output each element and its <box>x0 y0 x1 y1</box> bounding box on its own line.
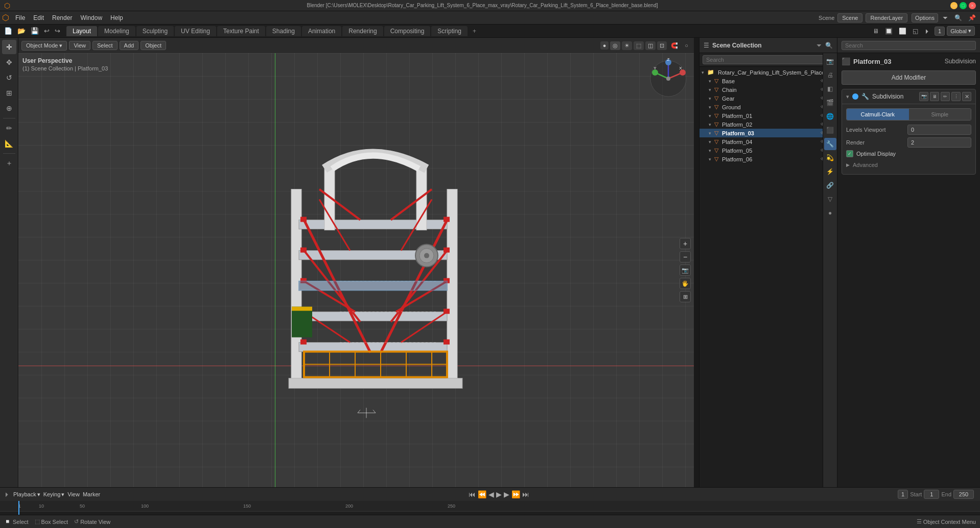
tab-uv-editing[interactable]: UV Editing <box>175 26 216 36</box>
proportional-editing[interactable]: ○ <box>682 41 691 50</box>
outliner-item-platform02[interactable]: ▾ ▽ Platform_02 👁 📷 <box>699 120 837 129</box>
frame-number[interactable]: 1 <box>935 27 945 36</box>
outliner-search-input[interactable] <box>703 55 834 64</box>
optimal-display-checkbox[interactable]: ✓ <box>846 150 853 157</box>
prop-data-icon[interactable]: ▽ <box>824 193 836 205</box>
add-menu[interactable]: Add <box>120 41 139 50</box>
mode-selector[interactable]: Object Mode ▾ <box>21 41 67 51</box>
start-frame-input[interactable]: 1 <box>924 490 939 499</box>
object-menu[interactable]: Object <box>141 41 166 50</box>
view-menu-timeline[interactable]: View <box>67 491 80 497</box>
snapping-icon[interactable]: 🧲 <box>668 41 681 50</box>
viewport-overlay-toggle[interactable]: ◫ <box>645 41 656 50</box>
jump-to-end-button[interactable]: ⏭ <box>522 490 529 498</box>
viewport-xray-toggle[interactable]: ⊡ <box>657 41 667 50</box>
current-frame-display[interactable]: 1 <box>898 490 908 499</box>
prop-object-icon[interactable]: ⬛ <box>824 124 836 136</box>
search-icon-top[interactable]: 🔍 <box>952 13 964 22</box>
camera-button[interactable]: 📷 <box>680 265 691 276</box>
viewport-shading-solid[interactable]: ● <box>600 41 609 50</box>
toolbar-undo[interactable]: ↩ <box>42 26 52 36</box>
prop-world-icon[interactable]: 🌐 <box>824 110 836 123</box>
tool-add[interactable]: ＋ <box>2 156 16 171</box>
outliner-item-gear[interactable]: ▾ ▽ Gear 👁 📷 <box>699 94 837 103</box>
tab-layout[interactable]: Layout <box>66 26 97 36</box>
tool-scale[interactable]: ⊞ <box>2 86 16 100</box>
prop-render-icon[interactable]: 📷 <box>824 55 836 67</box>
header-icon-3[interactable]: ⬜ <box>897 27 908 36</box>
tool-measure[interactable]: 📐 <box>2 136 16 151</box>
maximize-button[interactable]: □ <box>960 2 967 9</box>
outliner-item-ground[interactable]: ▾ ▽ Ground 👁 📷 <box>699 103 837 111</box>
menu-render[interactable]: Render <box>48 13 76 22</box>
properties-search[interactable] <box>842 41 976 50</box>
tab-rendering[interactable]: Rendering <box>342 26 383 36</box>
context-menu-status[interactable]: ☰ Object Context Menu <box>917 518 976 525</box>
outliner-item-platform04[interactable]: ▾ ▽ Platform_04 👁 📷 <box>699 137 837 146</box>
box-select-status[interactable]: ⬚ Box Select <box>35 518 68 525</box>
header-icon-4[interactable]: ◱ <box>911 27 920 36</box>
modifier-render-icon-btn[interactable]: 📷 <box>919 92 928 101</box>
modifier-edit-icon-btn[interactable]: ✏ <box>941 92 950 101</box>
simple-button[interactable]: Simple <box>909 109 971 120</box>
close-button[interactable]: × <box>969 2 976 9</box>
outliner-item-platform01[interactable]: ▾ ▽ Platform_01 👁 📷 <box>699 111 837 120</box>
toolbar-open[interactable]: 📂 <box>15 26 28 36</box>
add-workspace-button[interactable]: + <box>469 26 480 36</box>
renderlayer-selector[interactable]: RenderLayer <box>866 13 907 22</box>
outliner-item-chain[interactable]: ▾ ▽ Chain 👁 📷 <box>699 85 837 94</box>
modifier-toggle-dot[interactable] <box>852 93 858 100</box>
camera-icon[interactable]: 🖐 <box>680 278 691 289</box>
zoom-out-button[interactable]: − <box>680 251 691 262</box>
jump-forward-button[interactable]: ⏩ <box>511 490 520 498</box>
viewport-shading-rendered[interactable]: ☀ <box>622 41 632 50</box>
tool-transform[interactable]: ⊕ <box>2 101 16 115</box>
render-input[interactable]: 2 <box>907 137 971 148</box>
tab-scripting[interactable]: Scripting <box>431 26 468 36</box>
tab-texture-paint[interactable]: Texture Paint <box>217 26 265 36</box>
modifier-menu-btn[interactable]: ⋮ <box>951 92 961 101</box>
header-icon-5[interactable]: ⏵ <box>922 27 932 36</box>
step-back-button[interactable]: ◀ <box>488 490 494 498</box>
outliner-search-button[interactable]: 🔍 <box>825 42 833 49</box>
menu-edit[interactable]: Edit <box>29 13 48 22</box>
advanced-section[interactable]: ▶ Advanced <box>846 160 971 170</box>
outliner-item-platform03[interactable]: ▾ ▽ Platform_03 👁 📷 <box>699 129 837 137</box>
pin-icon[interactable]: 📌 <box>966 13 978 22</box>
outliner-item-platform05[interactable]: ▾ ▽ Platform_05 👁 📷 <box>699 146 837 155</box>
viewport-3d[interactable]: User Perspective (1) Scene Collection | … <box>18 53 694 487</box>
rotate-view-status[interactable]: ↺ Rotate View <box>74 518 110 525</box>
prop-view-layer-icon[interactable]: ◧ <box>824 83 836 95</box>
tab-modeling[interactable]: Modeling <box>98 26 135 36</box>
zoom-in-button[interactable]: + <box>680 238 691 249</box>
end-frame-input[interactable]: 250 <box>953 490 974 499</box>
options-button[interactable]: Options <box>912 13 938 22</box>
toolbar-new[interactable]: 📄 <box>2 26 14 36</box>
prop-scene-icon[interactable]: 🎬 <box>824 97 836 109</box>
tool-cursor[interactable]: ✛ <box>2 40 16 54</box>
tab-animation[interactable]: Animation <box>302 26 341 36</box>
tool-rotate[interactable]: ↺ <box>2 70 16 85</box>
prop-physics-icon[interactable]: ⚡ <box>824 165 836 178</box>
play-button[interactable]: ▶ <box>496 490 502 498</box>
select-menu[interactable]: Select <box>92 41 118 50</box>
prop-modifier-icon[interactable]: 🔧 <box>824 138 836 150</box>
outliner-filter-button[interactable]: ⏷ <box>816 42 822 49</box>
prop-output-icon[interactable]: 🖨 <box>824 69 836 81</box>
marker-menu[interactable]: Marker <box>83 491 100 497</box>
toolbar-save[interactable]: 💾 <box>29 26 41 36</box>
prop-constraint-icon[interactable]: 🔗 <box>824 179 836 191</box>
select-status[interactable]: ◽ Select <box>4 518 29 525</box>
filter-icon[interactable]: ⏷ <box>940 13 950 22</box>
modifier-expand-arrow[interactable]: ▾ <box>846 93 849 100</box>
prop-material-icon[interactable]: ● <box>824 207 836 219</box>
catmull-clark-button[interactable]: Catmull-Clark <box>847 109 909 120</box>
header-icon-2[interactable]: 🔲 <box>883 27 895 36</box>
menu-help[interactable]: Help <box>106 13 127 22</box>
modifier-viewport-icon-btn[interactable]: 🖥 <box>930 92 939 101</box>
prop-particle-icon[interactable]: 💫 <box>824 152 836 164</box>
global-dropdown[interactable]: Global ▾ <box>947 26 975 36</box>
viewport-shading-wireframe[interactable]: ⬚ <box>634 41 644 50</box>
toolbar-redo[interactable]: ↪ <box>53 26 62 36</box>
outliner-item-root[interactable]: ▾ 📁 Rotary_Car_Parking_Lift_System_6_Pla… <box>699 68 837 77</box>
